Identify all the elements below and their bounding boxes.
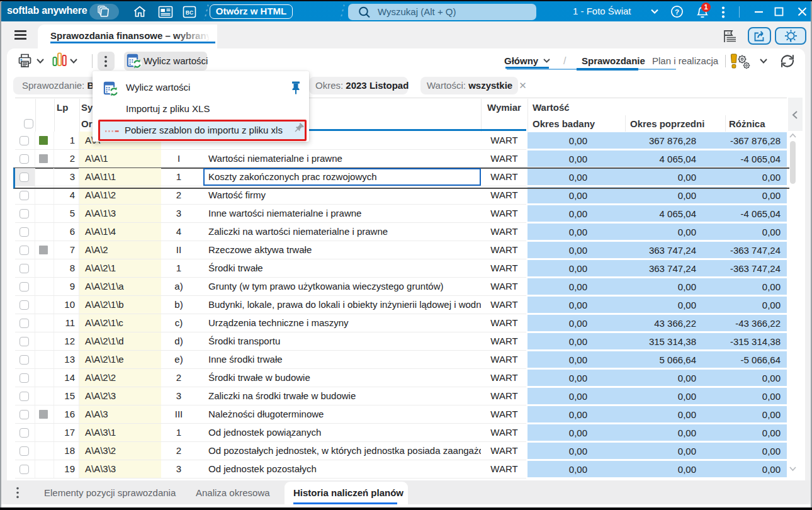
svg-text:BC: BC [186,9,193,16]
svg-text:?: ? [675,8,679,16]
